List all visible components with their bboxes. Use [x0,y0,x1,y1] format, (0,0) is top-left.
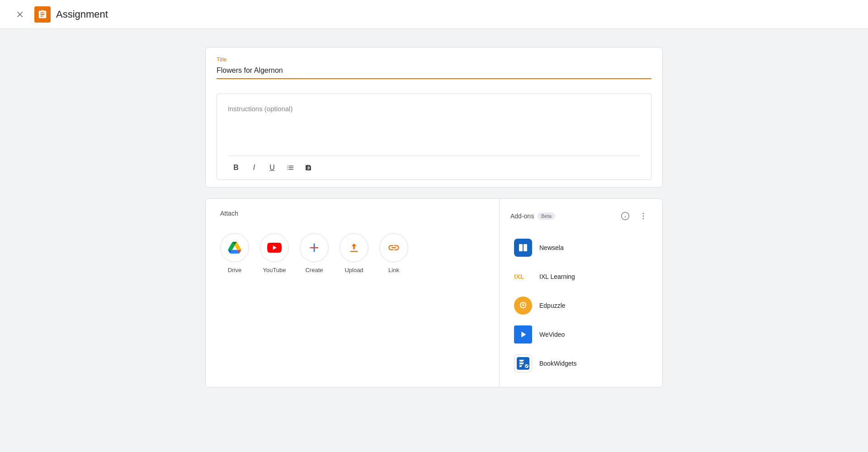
link-button[interactable]: Link [379,233,408,273]
svg-rect-11 [524,244,527,251]
underline-button[interactable]: U [264,160,280,176]
ixl-name: IXL Learning [539,273,575,280]
assignment-icon [34,6,51,23]
bookwidgets-name: BookWidgets [539,360,576,367]
ixl-icon: IXL [514,268,532,286]
close-button[interactable] [11,5,29,24]
link-label: Link [388,267,399,273]
addon-ixl[interactable]: IXL IXL Learning [510,262,651,291]
link-icon-circle [379,233,408,262]
page-title: Assignment [56,9,108,20]
upload-label: Upload [344,267,363,273]
attach-section: Attach Drive [206,199,500,387]
svg-point-9 [643,218,644,220]
upload-icon-circle [340,233,368,262]
beta-badge: Beta [538,212,555,220]
attach-addons-card: Attach Drive [205,198,663,387]
svg-point-7 [643,213,644,214]
addons-header: Add-ons Beta [510,208,651,224]
newsela-icon [514,239,532,257]
title-input[interactable] [217,65,651,78]
upload-button[interactable]: Upload [340,233,368,273]
addons-section: Add-ons Beta [500,199,662,387]
addon-bookwidgets[interactable]: BookWidgets [510,349,651,378]
instructions-section: Instructions (optional) B I U [217,94,651,180]
addons-title: Add-ons [510,212,534,220]
svg-point-8 [643,216,644,217]
clear-format-button[interactable] [300,160,316,176]
wevideo-icon [514,325,532,344]
newsela-name: Newsela [539,244,564,251]
svg-text:IXL: IXL [514,273,524,280]
addon-wevideo[interactable]: WeVideo [510,320,651,349]
addons-more-button[interactable] [635,208,651,224]
title-section: Title [206,47,662,79]
wevideo-name: WeVideo [539,331,565,338]
youtube-label: YouTube [263,267,286,273]
title-label: Title [217,56,651,63]
italic-button[interactable]: I [246,160,262,176]
drive-button[interactable]: Drive [220,233,249,273]
header: Assignment [0,0,868,29]
drive-label: Drive [228,267,241,273]
edpuzzle-name: Edpuzzle [539,302,566,309]
create-button[interactable]: Create [300,233,329,273]
addons-info-button[interactable] [617,208,633,224]
create-icon-circle [300,233,329,262]
title-instructions-card: Title Instructions (optional) B I U [205,47,663,188]
drive-icon-circle [220,233,249,262]
formatting-toolbar: B I U [228,155,640,179]
addon-newsela[interactable]: Newsela [510,233,651,262]
youtube-button[interactable]: YouTube [260,233,289,273]
addon-edpuzzle[interactable]: Edpuzzle [510,291,651,320]
svg-rect-10 [519,244,523,251]
edpuzzle-icon [514,297,532,315]
create-label: Create [305,267,323,273]
addons-header-actions [617,208,651,224]
bold-button[interactable]: B [228,160,244,176]
youtube-icon-circle [260,233,289,262]
attach-buttons: Drive YouTube [220,226,485,281]
attach-label: Attach [220,210,485,217]
instructions-placeholder[interactable]: Instructions (optional) [228,101,640,155]
main-content: Title Instructions (optional) B I U [194,47,674,387]
svg-point-13 [522,304,524,306]
list-button[interactable] [282,160,298,176]
bookwidgets-icon [514,354,532,372]
